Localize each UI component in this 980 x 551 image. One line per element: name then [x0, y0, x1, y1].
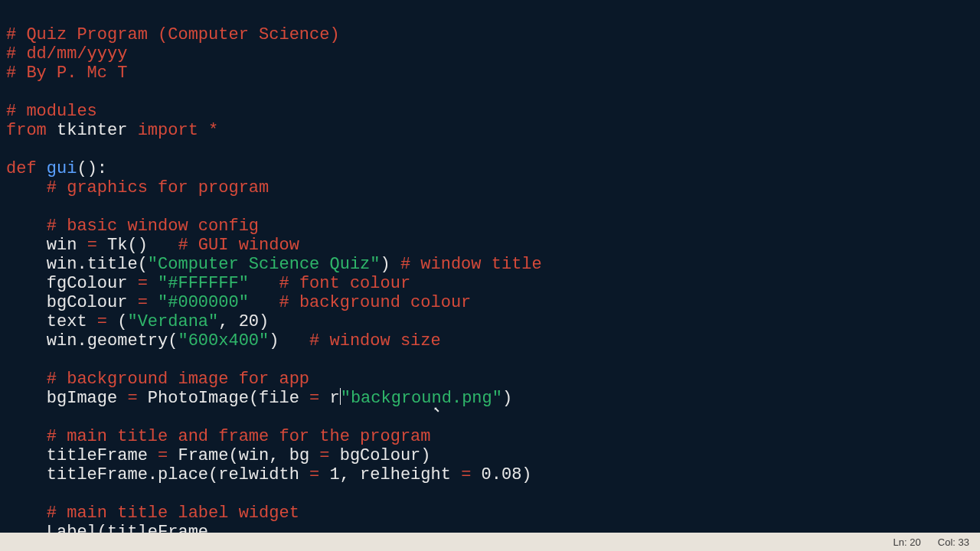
string-literal: "Computer Science Quiz": [148, 255, 381, 274]
identifier: title: [87, 255, 138, 274]
identifier: file: [259, 389, 299, 408]
status-bar: Ln: 20 Col: 33: [0, 533, 980, 551]
comment-line: # Quiz Program (Computer Science): [6, 25, 340, 44]
identifier: win: [47, 255, 77, 274]
identifier: r: [330, 389, 340, 408]
comment-line: # dd/mm/yyyy: [6, 44, 127, 64]
comment-line: # main title label widget: [47, 504, 299, 523]
identifier: win: [47, 236, 77, 255]
identifier: titleFrame: [47, 446, 148, 465]
identifier: Frame: [178, 446, 228, 465]
comment-inline: # background colour: [279, 293, 471, 312]
status-line: Ln: 20: [893, 533, 921, 552]
comment-inline: # window title: [400, 255, 542, 274]
string-literal: "600x400": [178, 331, 269, 350]
code-editor[interactable]: # Quiz Program (Computer Science) # dd/m…: [0, 0, 980, 533]
identifier: Tk: [107, 236, 127, 255]
operator-star: *: [208, 121, 218, 140]
comment-line: # By P. Mc T: [6, 64, 127, 83]
identifier: geometry: [87, 331, 168, 350]
string-literal: "#000000": [158, 293, 249, 312]
status-col: Col: 33: [938, 533, 969, 552]
number-literal: 0.08: [482, 465, 522, 484]
identifier: PhotoImage: [148, 389, 249, 408]
comment-line: # modules: [6, 102, 97, 121]
identifier: bgColour: [47, 293, 128, 312]
string-literal: "Verdana": [127, 312, 218, 331]
identifier: bg: [289, 446, 309, 465]
identifier: bgColour: [340, 446, 421, 465]
number-literal: 1: [330, 465, 340, 484]
comment-line: # main title and frame for the program: [47, 427, 431, 446]
identifier: titleFrame: [47, 465, 148, 484]
keyword-def: def: [6, 159, 37, 178]
identifier: tkinter: [57, 121, 127, 140]
keyword-from: from: [6, 121, 47, 140]
number-literal: 20: [239, 312, 259, 331]
comment-inline: # GUI window: [178, 236, 299, 255]
keyword-import: import: [138, 121, 198, 140]
text-caret: [340, 388, 341, 405]
string-literal: "#FFFFFF": [158, 274, 249, 293]
identifier: fgColour: [47, 274, 128, 293]
string-literal: "background.png": [341, 389, 502, 408]
identifier: relwidth: [218, 465, 299, 484]
comment-inline: # font colour: [279, 274, 410, 293]
comment-line: # background image for app: [47, 370, 309, 389]
identifier: text: [47, 312, 87, 331]
identifier: place: [158, 465, 208, 484]
identifier: bgImage: [47, 389, 117, 408]
identifier: win: [239, 446, 270, 465]
function-name: gui: [47, 159, 77, 178]
comment-line: # graphics for program: [47, 178, 269, 197]
comment-line: # basic window config: [47, 217, 259, 236]
identifier: relheight: [360, 465, 451, 484]
comment-inline: # window size: [309, 331, 441, 350]
identifier: win: [47, 331, 77, 350]
